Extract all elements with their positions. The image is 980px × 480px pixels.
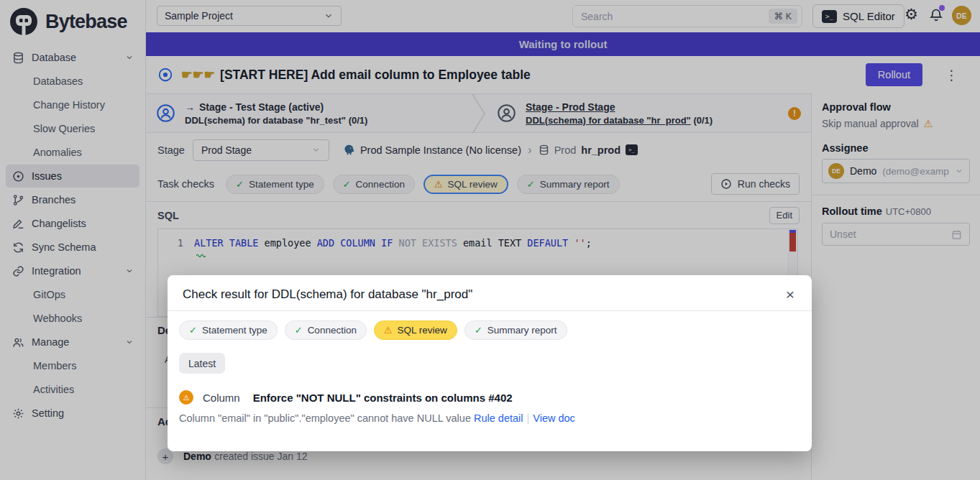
tab-connection[interactable]: ✓Connection xyxy=(285,320,367,340)
view-doc-link[interactable]: View doc xyxy=(533,412,575,424)
finding-category: Column xyxy=(203,392,240,404)
review-finding: ⚠ Column Enforce "NOT NULL" constraints … xyxy=(168,374,812,405)
modal-check-tabs: ✓Statement type ✓Connection ⚠SQL review … xyxy=(168,311,812,340)
check-icon: ✓ xyxy=(189,325,197,336)
tab-statement-type[interactable]: ✓Statement type xyxy=(179,320,278,340)
check-icon: ✓ xyxy=(295,325,303,336)
tab-sql-review[interactable]: ⚠SQL review xyxy=(374,320,457,340)
tab-summary-report[interactable]: ✓Summary report xyxy=(464,320,567,340)
warning-circle-icon: ⚠ xyxy=(179,390,193,405)
finding-rule: Enforce "NOT NULL" constraints on column… xyxy=(253,392,513,404)
check-result-modal: Check result for DDL(schema) for databas… xyxy=(168,275,812,451)
finding-detail: Column "email" in "public"."employee" ca… xyxy=(168,405,812,424)
check-icon: ✓ xyxy=(475,325,482,336)
rule-detail-link[interactable]: Rule detail xyxy=(474,412,523,424)
warning-icon: ⚠ xyxy=(384,325,393,336)
modal-title: Check result for DDL(schema) for databas… xyxy=(183,287,472,302)
link-separator: | xyxy=(527,412,530,424)
close-icon[interactable]: × xyxy=(786,287,794,302)
latest-badge[interactable]: Latest xyxy=(179,353,225,374)
